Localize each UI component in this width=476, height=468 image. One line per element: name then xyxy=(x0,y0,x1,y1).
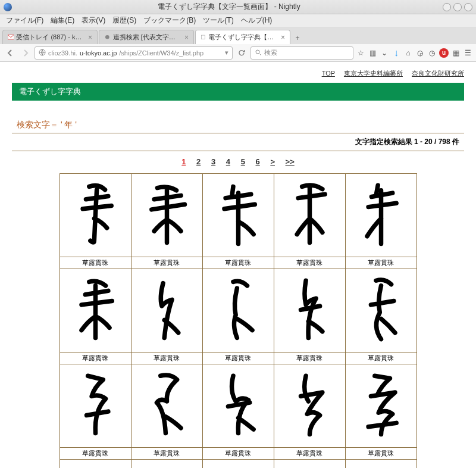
grid-icon[interactable]: ▦ xyxy=(451,48,461,58)
link-top[interactable]: TOP xyxy=(322,70,335,77)
tab-linked-search[interactable]: 連携検索 [代表文字一覧… × xyxy=(99,30,194,44)
glyph-label[interactable]: 草露貫珠 xyxy=(60,257,131,269)
page-last[interactable]: >> xyxy=(286,157,295,166)
glyph-cell[interactable] xyxy=(345,460,416,469)
search-bar[interactable]: 検索 xyxy=(250,46,353,60)
menu-file[interactable]: ファイル(F) xyxy=(4,14,46,27)
page-link[interactable]: 3 xyxy=(211,157,215,166)
glyph-cell[interactable] xyxy=(202,174,274,257)
menu-help[interactable]: ヘルプ(H) xyxy=(239,14,275,27)
glyph-label[interactable]: 草露貫珠 xyxy=(131,448,202,460)
glyph-cell[interactable] xyxy=(60,269,131,352)
close-icon[interactable]: × xyxy=(88,33,92,42)
url-bar[interactable]: clioz39.hi.u-tokyo.ac.jp/ships/ZClient/W… xyxy=(35,46,233,60)
link-utokyo[interactable]: 東京大学史料編纂所 xyxy=(344,70,403,77)
tab-bar: 受信トレイ (887) - kojim… × 連携検索 [代表文字一覧… × 電… xyxy=(0,27,476,44)
glyph-label[interactable]: 草露貫珠 xyxy=(60,352,131,364)
glyph-cell[interactable] xyxy=(131,269,202,352)
dropdown-icon[interactable]: ▾ xyxy=(225,49,228,57)
pocket-icon[interactable]: ⌄ xyxy=(380,48,389,58)
tab-label: 電子くずし字字典【文字一覧… xyxy=(208,33,276,42)
glyph-cell[interactable] xyxy=(345,364,416,448)
glyph-cell[interactable] xyxy=(60,174,131,257)
search-icon xyxy=(255,49,262,57)
window-controls xyxy=(443,3,472,11)
glyph-cell[interactable] xyxy=(274,364,345,448)
glyph-cell[interactable] xyxy=(202,269,274,352)
glyph-label[interactable]: 草露貫珠 xyxy=(345,448,416,460)
svg-point-4 xyxy=(256,50,259,54)
home-icon[interactable]: ⌂ xyxy=(403,48,413,58)
search-placeholder: 検索 xyxy=(264,48,277,57)
back-button[interactable] xyxy=(4,46,17,60)
maximize-button[interactable] xyxy=(453,3,462,11)
glyph-label[interactable]: 草露貫珠 xyxy=(274,352,345,364)
star-icon[interactable]: ☆ xyxy=(356,48,365,58)
glyph-cell[interactable] xyxy=(131,460,202,469)
page-content: TOP 東京大学史料編纂所 奈良文化財研究所 電子くずし字字典 検索文字＝ ' … xyxy=(0,62,476,468)
glyph-label[interactable]: 草露貫珠 xyxy=(274,257,345,269)
reload-button[interactable] xyxy=(235,46,248,60)
globe-icon xyxy=(39,49,46,57)
sync-icon[interactable]: ◶ xyxy=(415,48,425,58)
new-tab-button[interactable]: + xyxy=(292,32,303,44)
glyph-cell[interactable] xyxy=(60,460,131,469)
svg-rect-2 xyxy=(202,35,205,39)
page-icon xyxy=(104,34,111,41)
menu-history[interactable]: 履歴(S) xyxy=(110,14,139,27)
toolbar-icons: ☆ ▥ ⌄ ↓ ⌂ ◶ ◷ u ▦ ☰ xyxy=(356,48,472,58)
glyph-cell[interactable] xyxy=(274,460,345,469)
result-count: 文字指定検索結果 1 - 20 / 798 件 xyxy=(12,133,464,151)
hamburger-icon[interactable]: ☰ xyxy=(463,48,472,58)
clock-icon[interactable]: ◷ xyxy=(427,48,437,58)
glyph-cell[interactable] xyxy=(345,174,416,257)
glyph-label[interactable]: 草露貫珠 xyxy=(274,448,345,460)
link-nara[interactable]: 奈良文化財研究所 xyxy=(412,70,464,77)
close-button[interactable] xyxy=(464,3,472,11)
glyph-cell[interactable] xyxy=(131,364,202,448)
glyph-label[interactable]: 草露貫珠 xyxy=(131,352,202,364)
glyph-cell[interactable] xyxy=(131,174,202,257)
close-icon[interactable]: × xyxy=(184,33,189,42)
glyph-label[interactable]: 草露貫珠 xyxy=(345,352,416,364)
glyph-cell[interactable] xyxy=(202,364,274,448)
glyph-label[interactable]: 草露貫珠 xyxy=(131,257,202,269)
glyph-cell[interactable] xyxy=(202,460,274,469)
url-domain: u-tokyo.ac.jp xyxy=(80,49,117,57)
tab-label: 受信トレイ (887) - kojim… xyxy=(16,33,83,42)
tab-gmail[interactable]: 受信トレイ (887) - kojim… × xyxy=(2,30,98,44)
search-char-header: 検索文字＝ ' 年 ' xyxy=(12,117,464,133)
menubar: ファイル(F) 編集(E) 表示(V) 履歴(S) ブックマーク(B) ツール(… xyxy=(0,14,476,27)
glyph-cell[interactable] xyxy=(345,269,416,352)
download-icon[interactable]: ↓ xyxy=(392,48,401,58)
page-next[interactable]: > xyxy=(270,157,275,166)
menu-view[interactable]: 表示(V) xyxy=(79,14,108,27)
page-link[interactable]: 4 xyxy=(226,157,230,166)
glyph-label[interactable]: 草露貫珠 xyxy=(345,257,416,269)
glyph-label[interactable]: 草露貫珠 xyxy=(60,448,131,460)
glyph-grid: 草露貫珠草露貫珠草露貫珠草露貫珠草露貫珠草露貫珠草露貫珠草露貫珠草露貫珠草露貫珠… xyxy=(60,173,417,468)
glyph-cell[interactable] xyxy=(274,174,345,257)
menu-edit[interactable]: 編集(E) xyxy=(48,14,77,27)
window-titlebar: 電子くずし字字典【文字一覧画面】 - Nightly xyxy=(0,0,476,14)
ublock-icon[interactable]: u xyxy=(439,48,449,58)
page-link[interactable]: 5 xyxy=(241,157,245,166)
tab-label: 連携検索 [代表文字一覧… xyxy=(113,33,180,42)
menu-tools[interactable]: ツール(T) xyxy=(201,14,236,27)
gmail-icon xyxy=(8,34,14,41)
url-prefix: clioz39.hi. xyxy=(48,49,77,57)
top-links: TOP 東京大学史料編纂所 奈良文化財研究所 xyxy=(12,67,464,83)
glyph-cell[interactable] xyxy=(274,269,345,352)
reading-list-icon[interactable]: ▥ xyxy=(368,48,377,58)
glyph-label[interactable]: 草露貫珠 xyxy=(202,448,274,460)
page-link[interactable]: 2 xyxy=(196,157,201,166)
menu-bookmarks[interactable]: ブックマーク(B) xyxy=(141,14,198,27)
tab-kuzushiji[interactable]: 電子くずし字字典【文字一覧… × xyxy=(195,30,290,44)
minimize-button[interactable] xyxy=(443,3,451,11)
close-icon[interactable]: × xyxy=(281,33,285,42)
glyph-label[interactable]: 草露貫珠 xyxy=(202,352,274,364)
forward-button[interactable] xyxy=(19,46,32,60)
glyph-cell[interactable] xyxy=(60,364,131,448)
page-link[interactable]: 6 xyxy=(256,157,260,166)
glyph-label[interactable]: 草露貫珠 xyxy=(202,257,274,269)
